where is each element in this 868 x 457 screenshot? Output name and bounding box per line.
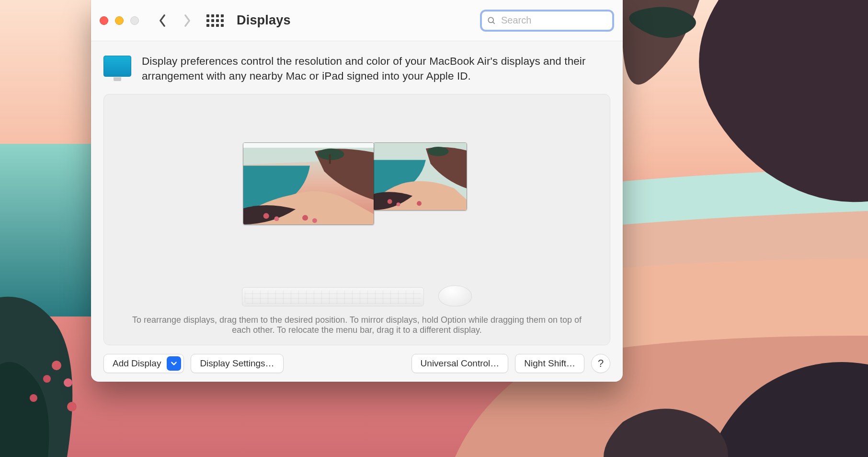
help-button[interactable]: ? [591, 354, 610, 373]
system-preferences-window: Displays Display preferences control the… [91, 0, 623, 382]
add-display-label: Add Display [113, 358, 161, 369]
window-controls [100, 16, 139, 25]
svg-point-2 [52, 361, 61, 370]
arrangement-area[interactable] [104, 94, 610, 282]
show-all-button[interactable] [207, 12, 223, 29]
help-label: ? [598, 357, 604, 370]
arrangement-panel: To rearrange displays, drag them to the … [103, 94, 610, 345]
svg-point-3 [43, 375, 51, 383]
minimize-button[interactable] [115, 16, 124, 25]
svg-point-19 [417, 201, 422, 206]
svg-point-11 [274, 216, 279, 221]
svg-point-10 [263, 213, 269, 219]
forward-button[interactable] [179, 12, 195, 29]
zoom-button[interactable] [130, 16, 139, 25]
svg-point-7 [488, 17, 493, 23]
universal-control-label: Universal Control… [421, 358, 500, 369]
page-title: Displays [237, 13, 291, 28]
display-secondary[interactable] [373, 142, 467, 211]
svg-point-13 [312, 218, 317, 223]
description-text: Display preferences control the resoluti… [142, 54, 610, 83]
display-primary[interactable] [243, 142, 374, 225]
keyboard-mouse-row [104, 282, 610, 309]
svg-point-5 [30, 394, 37, 402]
menu-bar-indicator[interactable] [243, 143, 374, 148]
add-display-menu-toggle[interactable] [167, 356, 181, 371]
display-icon [103, 56, 131, 77]
mouse-icon [438, 285, 472, 306]
svg-line-8 [493, 22, 495, 23]
universal-control-button[interactable]: Universal Control… [411, 354, 509, 373]
arrangement-help-text: To rearrange displays, drag them to the … [104, 309, 610, 345]
keyboard-icon [242, 287, 424, 306]
svg-point-18 [397, 202, 400, 206]
svg-point-12 [302, 215, 308, 221]
svg-point-4 [64, 378, 72, 387]
night-shift-button[interactable]: Night Shift… [515, 354, 584, 373]
description-row: Display preferences control the resoluti… [103, 54, 610, 83]
search-field[interactable] [480, 10, 614, 32]
chevron-down-icon [171, 360, 177, 367]
grid-icon [206, 14, 224, 27]
search-icon [487, 16, 496, 25]
toolbar: Displays [91, 0, 623, 41]
night-shift-label: Night Shift… [524, 358, 575, 369]
search-input[interactable] [501, 15, 622, 26]
svg-point-14 [318, 149, 344, 160]
svg-point-17 [388, 199, 392, 204]
svg-point-20 [428, 147, 449, 156]
close-button[interactable] [100, 16, 108, 25]
add-display-button[interactable]: Add Display [103, 354, 184, 373]
svg-rect-15 [329, 154, 331, 164]
content-area: Display preferences control the resoluti… [91, 41, 623, 382]
bottom-button-row: Add Display Display Settings… Universal … [103, 345, 610, 373]
display-settings-button[interactable]: Display Settings… [191, 354, 283, 373]
back-button[interactable] [154, 12, 171, 29]
display-settings-label: Display Settings… [200, 358, 274, 369]
svg-point-6 [67, 402, 77, 411]
